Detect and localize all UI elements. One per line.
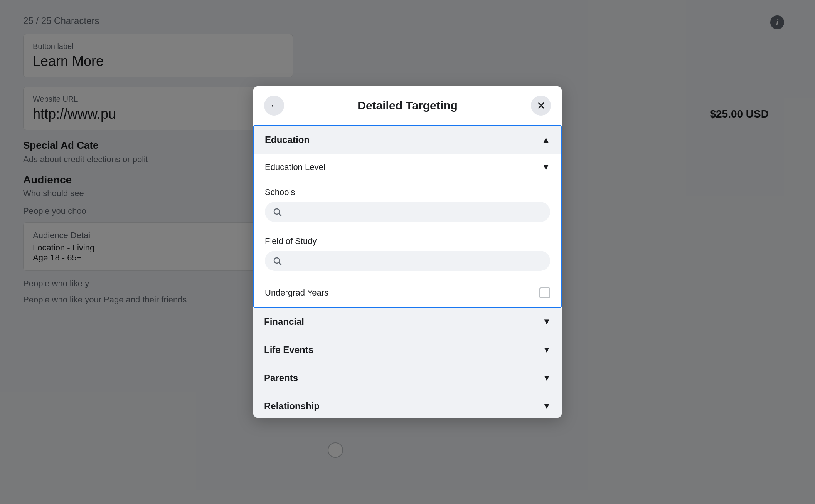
modal-header: ← Detailed Targeting ✕ (253, 86, 562, 125)
education-chevron-up-icon: ▲ (542, 135, 550, 145)
education-section-header[interactable]: Education ▲ (254, 126, 561, 154)
schools-search-wrap[interactable] (265, 202, 550, 222)
svg-point-0 (274, 209, 280, 214)
financial-section[interactable]: Financial ▼ (253, 308, 562, 336)
parents-section-title: Parents (264, 373, 298, 383)
education-section: Education ▲ Education Level ▼ Schools (253, 125, 562, 308)
undergrad-years-label: Undergrad Years (265, 288, 328, 298)
education-level-chevron-icon: ▼ (542, 162, 550, 172)
undergrad-years-row: Undergrad Years (254, 279, 561, 307)
schools-title: Schools (265, 187, 550, 197)
modal-body: Education ▲ Education Level ▼ Schools (253, 125, 562, 418)
svg-line-1 (279, 214, 281, 216)
modal-close-button[interactable]: ✕ (531, 96, 551, 116)
financial-chevron-icon: ▼ (542, 317, 551, 327)
education-section-title: Education (265, 134, 310, 145)
relationship-section[interactable]: Relationship ▼ (253, 392, 562, 418)
field-of-study-title: Field of Study (265, 236, 550, 246)
back-arrow-icon: ← (270, 101, 278, 111)
schools-search-input[interactable] (286, 208, 542, 217)
life-events-chevron-icon: ▼ (542, 345, 551, 355)
parents-chevron-icon: ▼ (542, 373, 551, 383)
relationship-section-title: Relationship (264, 401, 320, 412)
field-of-study-search-input[interactable] (286, 257, 542, 265)
relationship-chevron-icon: ▼ (542, 401, 551, 411)
modal-title: Detailed Targeting (284, 99, 531, 112)
schools-section: Schools (254, 181, 561, 230)
financial-section-title: Financial (264, 316, 304, 327)
detailed-targeting-modal: ← Detailed Targeting ✕ Education ▲ Educa… (253, 86, 562, 418)
schools-search-icon (273, 207, 282, 217)
field-of-study-section: Field of Study (254, 230, 561, 279)
education-level-header[interactable]: Education Level ▼ (254, 154, 561, 181)
field-of-study-search-icon (273, 256, 282, 265)
life-events-section[interactable]: Life Events ▼ (253, 336, 562, 364)
undergrad-years-checkbox[interactable] (539, 287, 550, 298)
close-icon: ✕ (537, 99, 546, 112)
education-level-title: Education Level (265, 162, 325, 172)
life-events-section-title: Life Events (264, 344, 313, 355)
modal-back-button[interactable]: ← (264, 96, 284, 116)
svg-point-2 (274, 258, 280, 263)
field-of-study-search-wrap[interactable] (265, 251, 550, 271)
svg-line-3 (279, 263, 281, 265)
parents-section[interactable]: Parents ▼ (253, 364, 562, 392)
